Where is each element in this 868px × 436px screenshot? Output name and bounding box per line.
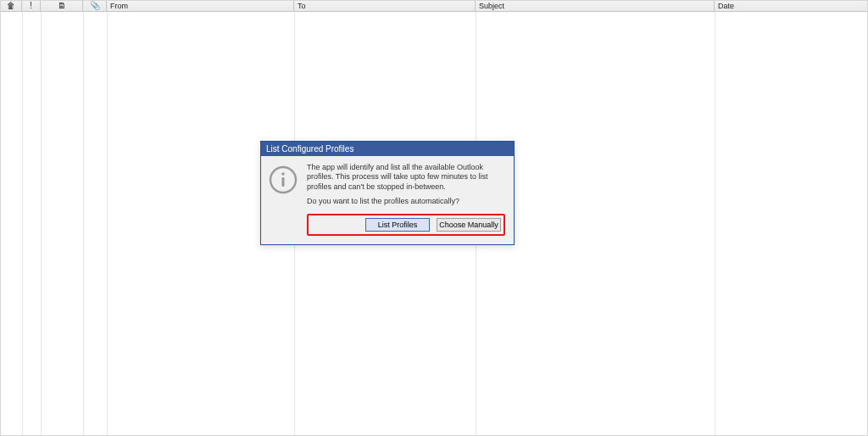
dialog-title: List Configured Profiles <box>261 142 514 156</box>
col-delete[interactable]: 🗑 <box>0 0 22 11</box>
choose-manually-button[interactable]: Choose Manually <box>437 218 501 232</box>
dialog-message-2: Do you want to list the profiles automat… <box>307 197 505 205</box>
col-from-label: From <box>110 2 128 10</box>
paperclip-icon: 📎 <box>90 2 100 10</box>
col-to-label: To <box>298 2 306 10</box>
col-attachment[interactable]: 📎 <box>83 0 107 11</box>
col-to[interactable]: To <box>294 0 476 11</box>
importance-icon: ! <box>30 2 32 10</box>
dialog-button-highlight: List Profiles Choose Manually <box>307 214 505 236</box>
col-subject[interactable]: Subject <box>476 0 715 11</box>
svg-rect-2 <box>282 177 285 187</box>
document-icon: 🗎 <box>58 2 66 10</box>
trash-icon: 🗑 <box>7 2 15 10</box>
col-from[interactable]: From <box>107 0 294 11</box>
dialog-body: The app will identify and list all the a… <box>261 156 514 244</box>
col-date-label: Date <box>718 2 734 10</box>
col-importance[interactable]: ! <box>22 0 41 11</box>
grid-header: 🗑 ! 🗎 📎 From To Subject Date <box>0 0 868 12</box>
svg-point-1 <box>281 172 285 176</box>
col-doc[interactable]: 🗎 <box>41 0 83 11</box>
dialog-list-profiles: List Configured Profiles The app will id… <box>260 141 515 245</box>
dialog-message-1: The app will identify and list all the a… <box>307 163 505 192</box>
col-subject-label: Subject <box>479 2 504 10</box>
list-profiles-button[interactable]: List Profiles <box>365 218 430 232</box>
col-date[interactable]: Date <box>715 0 868 11</box>
dialog-text: The app will identify and list all the a… <box>307 163 505 236</box>
info-icon <box>268 165 298 195</box>
